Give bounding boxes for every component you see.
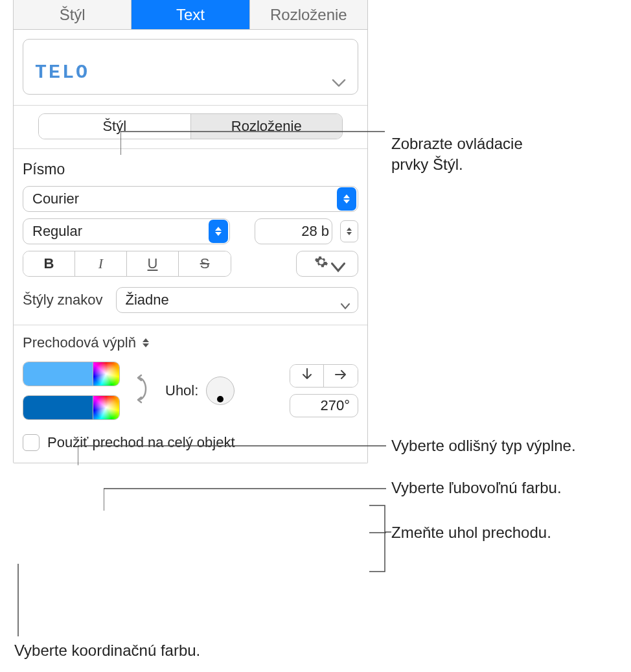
chevron-down-icon <box>341 297 350 303</box>
character-styles-select[interactable]: Žiadne <box>116 287 359 313</box>
tab-text[interactable]: Text <box>132 0 249 29</box>
gradient-color-2[interactable] <box>23 395 120 420</box>
apply-whole-object-checkbox[interactable] <box>23 434 40 451</box>
font-family-value: Courier <box>32 191 337 207</box>
format-inspector-panel: Štýl Text Rozloženie TELO Štýl Rozloženi… <box>13 0 368 463</box>
advanced-options-button[interactable] <box>296 251 358 277</box>
tab-layout[interactable]: Rozloženie <box>250 0 367 29</box>
select-arrows-icon <box>209 220 228 243</box>
color-swatch-1[interactable] <box>23 362 93 386</box>
gradient-vertical-button[interactable] <box>290 365 324 387</box>
tab-style[interactable]: Štýl <box>14 0 132 29</box>
strikethrough-button[interactable]: S <box>179 251 231 276</box>
font-size-stepper[interactable] <box>340 220 358 242</box>
swap-colors-icon[interactable] <box>133 374 152 408</box>
fill-type-label: Prechodová výplň <box>23 334 136 351</box>
arrow-right-icon <box>334 367 347 384</box>
callout-show-style: Zobrazte ovládacie prvky Štýl. <box>391 133 523 176</box>
character-styles-label: Štýly znakov <box>23 292 103 308</box>
fill-type-popup[interactable] <box>143 338 149 347</box>
angle-dial[interactable] <box>206 377 235 405</box>
chevron-down-icon <box>331 261 340 267</box>
font-family-select[interactable]: Courier <box>23 186 358 212</box>
gear-icon <box>314 255 328 273</box>
callout-any-color: Vyberte ľubovoľnú farbu. <box>391 478 562 498</box>
color-swatch-2[interactable] <box>23 396 93 419</box>
bold-button[interactable]: B <box>23 251 75 276</box>
font-section-label: Písmo <box>23 161 358 178</box>
font-size-field[interactable]: 28 b <box>255 218 332 244</box>
gradient-color-1[interactable] <box>23 362 120 386</box>
gradient-direction-buttons <box>290 364 358 388</box>
chevron-down-icon <box>332 75 346 84</box>
callout-fill-type: Vyberte odlišný typ výplne. <box>391 435 576 456</box>
character-styles-value: Žiadne <box>126 292 341 308</box>
underline-button[interactable]: U <box>127 251 179 276</box>
paragraph-style-name: TELO <box>35 62 89 84</box>
callout-angle: Zmeňte uhol prechodu. <box>391 522 551 543</box>
gradient-horizontal-button[interactable] <box>324 365 358 387</box>
angle-label: Uhol: <box>165 382 198 399</box>
arrow-down-icon <box>301 367 313 384</box>
color-picker-icon[interactable] <box>93 396 119 419</box>
paragraph-style-dropdown[interactable]: TELO <box>23 39 358 95</box>
color-picker-icon[interactable] <box>93 362 119 386</box>
font-weight-value: Regular <box>32 223 209 240</box>
select-arrows-icon <box>337 187 356 211</box>
italic-button[interactable]: I <box>75 251 127 276</box>
main-tabs: Štýl Text Rozloženie <box>14 0 367 30</box>
angle-dial-indicator <box>217 396 224 402</box>
angle-value-field[interactable]: 270° <box>290 394 358 417</box>
angle-value: 270° <box>320 397 350 414</box>
callout-coord-color: Vyberte koordinačnú farbu. <box>14 640 200 661</box>
font-weight-select[interactable]: Regular <box>23 218 230 244</box>
font-size-value: 28 b <box>255 223 330 240</box>
text-style-buttons: B I U S <box>23 251 231 277</box>
